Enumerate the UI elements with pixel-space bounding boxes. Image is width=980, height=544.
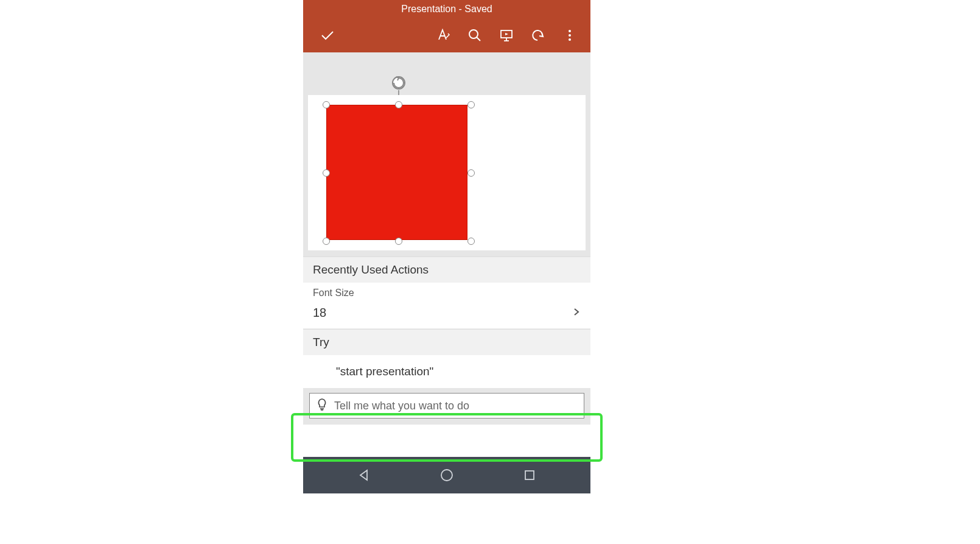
lightbulb-icon [315,397,329,414]
svg-point-11 [441,470,452,481]
android-back-button[interactable] [356,467,372,483]
svg-point-0 [469,30,478,38]
svg-line-1 [477,37,480,41]
android-recent-button[interactable] [522,467,537,483]
document-title: Presentation - Saved [401,4,492,15]
resize-handle-top-right[interactable] [467,101,475,108]
font-format-icon[interactable] [435,27,452,44]
present-slideshow-icon[interactable] [498,27,515,44]
selected-shape-container[interactable] [323,101,475,244]
android-home-button[interactable] [439,467,455,483]
slide[interactable] [308,95,586,250]
done-check-icon[interactable] [319,27,336,44]
resize-handle-bottom-center[interactable] [395,238,402,245]
try-header: Try [303,329,590,355]
resize-handle-top-left[interactable] [323,101,330,108]
search-icon[interactable] [466,27,483,44]
svg-rect-12 [525,471,534,479]
red-rectangle-shape[interactable] [326,105,467,240]
resize-handle-bottom-left[interactable] [323,238,330,245]
undo-icon[interactable] [530,27,547,44]
font-size-row[interactable]: 18 [303,300,590,329]
slide-canvas-area [303,52,590,256]
resize-handle-top-center[interactable] [395,101,402,108]
app-frame: Presentation - Saved [303,0,590,493]
chevron-right-icon [572,306,581,319]
resize-handle-middle-left[interactable] [323,169,330,177]
svg-point-7 [569,38,571,41]
toolbar [303,18,590,52]
tell-me-input[interactable] [334,400,579,412]
title-bar: Presentation - Saved [303,0,590,18]
tell-me-bar [303,388,590,425]
font-size-label: Font Size [303,283,590,300]
svg-point-6 [569,34,571,37]
recently-used-header: Recently Used Actions [303,256,590,283]
try-suggestion-start-presentation[interactable]: "start presentation" [303,355,590,388]
resize-handle-middle-right[interactable] [467,169,475,177]
android-nav-bar [303,457,590,493]
resize-handle-bottom-right[interactable] [467,238,475,245]
more-vertical-icon[interactable] [561,27,578,44]
actions-panel: Recently Used Actions Font Size 18 Try "… [303,256,590,388]
svg-point-5 [569,30,571,32]
font-size-value: 18 [313,306,326,320]
tell-me-input-box[interactable] [309,393,584,419]
